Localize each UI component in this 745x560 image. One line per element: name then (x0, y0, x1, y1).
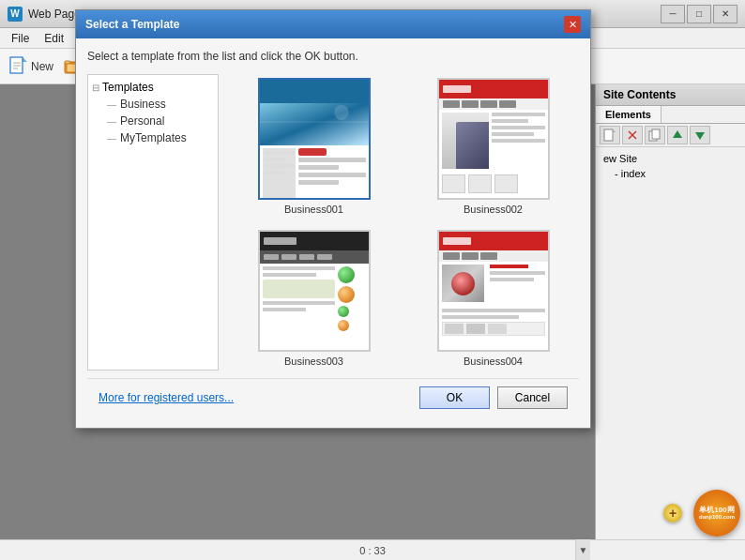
tl4-4 (442, 309, 545, 312)
card3 (494, 174, 518, 193)
thumb-orb-small2 (338, 320, 349, 331)
thumb-text-2 (492, 113, 545, 169)
bl5 (263, 308, 306, 311)
template-thumb-business003 (258, 230, 371, 352)
template-name-business001: Business001 (284, 204, 343, 215)
template-item-business002[interactable]: Business002 (407, 74, 579, 219)
thumb-orb-green (338, 266, 355, 283)
thumb-line-4 (298, 180, 339, 185)
thumb-body-3 (260, 264, 369, 334)
template-thumb-business001 (258, 78, 371, 200)
tl1 (492, 113, 545, 116)
thumb-main-1 (298, 148, 366, 200)
thumb-btn-1 (298, 148, 327, 156)
thumb-content-1 (260, 145, 369, 200)
status-time: 0 : 33 (359, 545, 386, 556)
thumb-side-3 (338, 266, 366, 331)
template-thumb-business004 (437, 230, 550, 352)
thumb-navitem3-4 (317, 254, 332, 260)
svg-rect-33 (260, 103, 369, 145)
thumb-nav-2 (439, 98, 548, 110)
template-grid: Business001 (228, 74, 579, 371)
tree-business-label: Business (120, 98, 166, 111)
tree-item-business[interactable]: Business (107, 96, 214, 113)
bl3 (263, 280, 335, 298)
template-name-business002: Business002 (464, 204, 523, 215)
thumb-navitem4-3 (480, 252, 497, 260)
dialog-title-bar: Select a Template ✕ (76, 10, 590, 38)
thumb-line-1 (298, 158, 366, 162)
tree-item-mytemplates[interactable]: MyTemplates (107, 129, 214, 146)
thumb-nav-4 (439, 250, 548, 262)
thumb-img-2 (442, 113, 489, 169)
dialog-body: Select a template from the list and clic… (76, 38, 590, 428)
thumb-navitem-4 (499, 100, 516, 108)
tree-item-personal[interactable]: Personal (107, 113, 214, 129)
tree-root-templates[interactable]: ⊟ Templates (92, 79, 214, 96)
thumb-main-3 (263, 266, 335, 331)
template-thumb-business002 (437, 78, 550, 200)
scroll-down-button[interactable]: ▼ (575, 539, 590, 560)
dialog-close-button[interactable]: ✕ (564, 16, 581, 33)
tree-personal-label: Personal (120, 114, 164, 128)
thumb-logo-3 (264, 237, 296, 245)
thumb-orb-orange (338, 286, 355, 303)
thumb-cards-2 (439, 172, 548, 196)
thumb-spinning (451, 272, 475, 295)
thumb-body-2 (439, 110, 548, 172)
tl4-3 (490, 278, 534, 281)
thumb-header-4 (439, 232, 548, 250)
thumb-top-4 (442, 265, 545, 302)
tree-children: Business Personal MyTemplates (107, 96, 214, 146)
thumb-navitem-2 (462, 100, 479, 108)
bl2 (263, 273, 317, 277)
thumb-navitem4-2 (462, 252, 479, 260)
template-item-business003[interactable]: Business003 (228, 226, 400, 371)
dialog-content: ⊟ Templates Business Personal MyTemplate… (87, 74, 579, 371)
thumb-bg-svg-1 (260, 103, 369, 145)
template-item-business001[interactable]: Business001 (228, 74, 400, 219)
thumb-navitem3-2 (281, 254, 296, 260)
svg-point-35 (334, 105, 348, 120)
tree-mytemplates-label: MyTemplates (120, 131, 187, 144)
dialog-overlay: Select a Template ✕ Select a template fr… (0, 0, 745, 539)
thumb-header-2 (439, 80, 548, 98)
gitem1 (445, 324, 464, 334)
thumb-body-4 (439, 262, 548, 339)
dialog-title: Select a Template (85, 18, 180, 31)
dialog-footer: More for registered users... OK Cancel (87, 378, 579, 416)
thumb-line-3 (298, 173, 366, 177)
dialog-instruction: Select a template from the list and clic… (87, 50, 579, 63)
thumb-gallery-4 (442, 322, 545, 336)
thumb-sidebar-1 (263, 148, 296, 200)
bl4 (263, 301, 335, 305)
thumb-text-4 (487, 265, 545, 302)
status-bar: 0 : 33 (0, 539, 745, 560)
cancel-button[interactable]: Cancel (497, 386, 568, 409)
tree-root-label: Templates (102, 81, 154, 94)
thumb-imginner-2 (456, 122, 489, 169)
dialog-buttons: OK Cancel (419, 386, 568, 409)
thumb-logo-4 (443, 237, 471, 245)
tl4 (492, 132, 535, 136)
template-name-business004: Business004 (464, 356, 523, 367)
more-link[interactable]: More for registered users... (99, 391, 234, 404)
thumb-orb-small1 (338, 306, 349, 317)
select-template-dialog: Select a Template ✕ Select a template fr… (75, 9, 591, 429)
tl3 (492, 126, 545, 129)
gitem2 (466, 324, 485, 334)
tl4-2 (490, 271, 545, 275)
thumb-bottom-4 (442, 309, 545, 336)
template-name-business003: Business003 (284, 356, 343, 367)
tl4-1 (490, 265, 528, 268)
thumb-img-4 (442, 265, 484, 302)
thumb-navitem-3 (480, 100, 497, 108)
bl1 (263, 266, 335, 270)
card1 (442, 174, 465, 193)
tl2 (492, 119, 529, 123)
ok-button[interactable]: OK (419, 386, 490, 409)
template-item-business004[interactable]: Business004 (407, 226, 579, 371)
tl5 (492, 139, 545, 143)
thumb-navitem3-3 (299, 254, 314, 260)
template-tree: ⊟ Templates Business Personal MyTemplate… (87, 74, 219, 371)
